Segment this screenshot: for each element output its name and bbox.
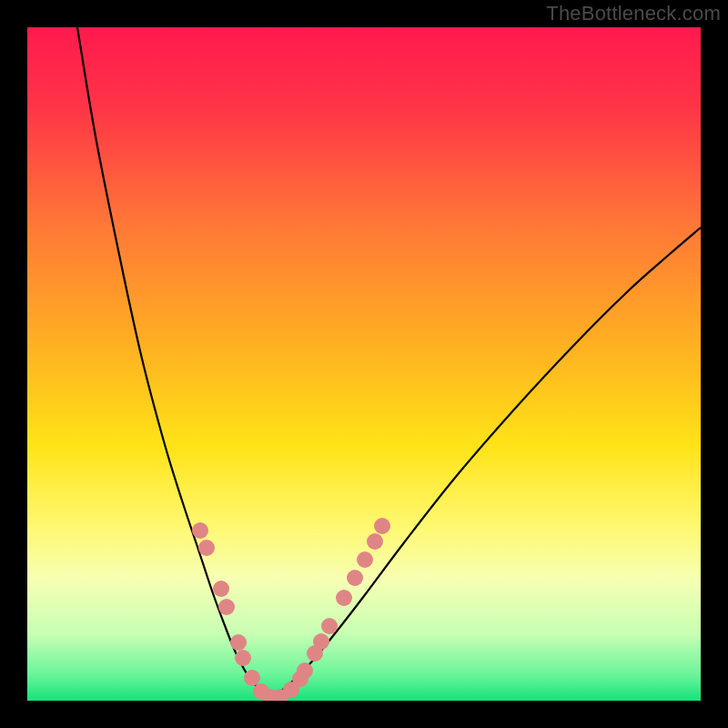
marker-point [347,570,363,586]
marker-point [213,581,229,597]
marker-point [336,590,352,606]
marker-point [297,662,313,679]
marker-point [357,551,373,568]
plot-svg [27,27,701,701]
marker-point [374,518,390,534]
watermark-text: TheBottleneck.com [546,2,721,25]
marker-point [198,540,215,556]
plot-area [27,27,701,701]
marker-point [244,670,260,686]
chart-frame: TheBottleneck.com [0,0,728,728]
marker-point [367,533,383,550]
marker-point [235,650,251,666]
gradient-background [27,27,701,701]
marker-point [230,634,247,651]
marker-point [192,522,208,539]
marker-point [218,599,235,615]
marker-point [313,633,329,650]
marker-point [321,618,338,634]
